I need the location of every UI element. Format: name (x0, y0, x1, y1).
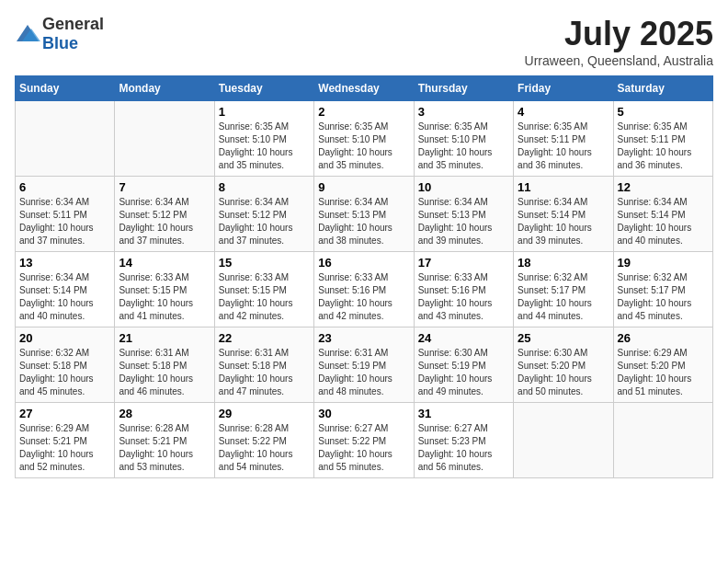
title-block: July 2025 Urraween, Queensland, Australi… (525, 15, 713, 68)
day-info: Sunrise: 6:35 AMSunset: 5:10 PMDaylight:… (418, 121, 509, 172)
day-number: 26 (618, 331, 709, 345)
calendar-cell: 4Sunrise: 6:35 AMSunset: 5:11 PMDaylight… (514, 101, 613, 177)
calendar-week-row: 6Sunrise: 6:34 AMSunset: 5:11 PMDaylight… (16, 177, 713, 252)
calendar-cell: 14Sunrise: 6:33 AMSunset: 5:15 PMDayligh… (115, 252, 214, 327)
day-number: 3 (418, 105, 509, 119)
calendar-cell: 2Sunrise: 6:35 AMSunset: 5:10 PMDaylight… (314, 101, 414, 177)
day-number: 15 (219, 256, 310, 270)
calendar-cell: 21Sunrise: 6:31 AMSunset: 5:18 PMDayligh… (115, 327, 214, 403)
day-info: Sunrise: 6:34 AMSunset: 5:14 PMDaylight:… (618, 196, 709, 247)
day-info: Sunrise: 6:29 AMSunset: 5:20 PMDaylight:… (618, 347, 709, 398)
day-info: Sunrise: 6:31 AMSunset: 5:19 PMDaylight:… (318, 347, 409, 398)
day-info: Sunrise: 6:29 AMSunset: 5:21 PMDaylight:… (19, 422, 110, 474)
calendar-cell (613, 403, 712, 478)
logo-icon (15, 23, 40, 45)
calendar-cell: 8Sunrise: 6:34 AMSunset: 5:12 PMDaylight… (214, 177, 313, 252)
weekday-header: Monday (115, 76, 214, 101)
day-info: Sunrise: 6:35 AMSunset: 5:10 PMDaylight:… (318, 121, 409, 172)
day-number: 9 (318, 180, 409, 194)
day-info: Sunrise: 6:35 AMSunset: 5:11 PMDaylight:… (518, 121, 609, 172)
day-number: 29 (219, 407, 310, 420)
day-info: Sunrise: 6:33 AMSunset: 5:16 PMDaylight:… (418, 271, 509, 323)
calendar-cell: 22Sunrise: 6:31 AMSunset: 5:18 PMDayligh… (214, 327, 313, 403)
day-number: 30 (318, 407, 409, 420)
calendar-cell: 23Sunrise: 6:31 AMSunset: 5:19 PMDayligh… (314, 327, 414, 403)
day-info: Sunrise: 6:32 AMSunset: 5:17 PMDaylight:… (518, 271, 609, 323)
day-info: Sunrise: 6:34 AMSunset: 5:11 PMDaylight:… (19, 196, 110, 247)
calendar-header-row: SundayMondayTuesdayWednesdayThursdayFrid… (16, 76, 713, 101)
calendar-cell: 9Sunrise: 6:34 AMSunset: 5:13 PMDaylight… (314, 177, 414, 252)
day-info: Sunrise: 6:30 AMSunset: 5:20 PMDaylight:… (518, 347, 609, 398)
location-subtitle: Urraween, Queensland, Australia (525, 53, 713, 68)
calendar-week-row: 1Sunrise: 6:35 AMSunset: 5:10 PMDaylight… (16, 101, 713, 177)
logo: General Blue (15, 15, 104, 53)
month-year-title: July 2025 (525, 15, 713, 53)
day-number: 28 (119, 407, 210, 420)
day-number: 21 (119, 331, 210, 345)
calendar-cell: 3Sunrise: 6:35 AMSunset: 5:10 PMDaylight… (414, 101, 513, 177)
page-header: General Blue July 2025 Urraween, Queensl… (15, 15, 713, 68)
calendar-cell: 16Sunrise: 6:33 AMSunset: 5:16 PMDayligh… (314, 252, 414, 327)
day-info: Sunrise: 6:34 AMSunset: 5:12 PMDaylight:… (119, 196, 210, 247)
day-number: 16 (318, 256, 409, 270)
day-number: 8 (219, 180, 310, 194)
day-number: 13 (19, 256, 110, 270)
day-info: Sunrise: 6:34 AMSunset: 5:14 PMDaylight:… (19, 271, 110, 323)
day-info: Sunrise: 6:27 AMSunset: 5:23 PMDaylight:… (418, 422, 509, 474)
calendar-cell: 11Sunrise: 6:34 AMSunset: 5:14 PMDayligh… (514, 177, 613, 252)
day-number: 20 (19, 331, 110, 345)
day-info: Sunrise: 6:31 AMSunset: 5:18 PMDaylight:… (119, 347, 210, 398)
weekday-header: Saturday (613, 76, 712, 101)
calendar-cell: 30Sunrise: 6:27 AMSunset: 5:22 PMDayligh… (314, 403, 414, 478)
calendar-cell: 6Sunrise: 6:34 AMSunset: 5:11 PMDaylight… (16, 177, 115, 252)
calendar-cell: 17Sunrise: 6:33 AMSunset: 5:16 PMDayligh… (414, 252, 513, 327)
day-number: 2 (318, 105, 409, 119)
calendar-table: SundayMondayTuesdayWednesdayThursdayFrid… (15, 75, 713, 478)
day-info: Sunrise: 6:28 AMSunset: 5:22 PMDaylight:… (219, 422, 310, 474)
day-number: 27 (19, 407, 110, 420)
day-info: Sunrise: 6:28 AMSunset: 5:21 PMDaylight:… (119, 422, 210, 474)
day-number: 7 (119, 180, 210, 194)
calendar-cell: 31Sunrise: 6:27 AMSunset: 5:23 PMDayligh… (414, 403, 513, 478)
day-number: 18 (518, 256, 609, 270)
day-number: 17 (418, 256, 509, 270)
weekday-header: Sunday (16, 76, 115, 101)
logo-text-blue: Blue (42, 34, 78, 52)
day-info: Sunrise: 6:34 AMSunset: 5:13 PMDaylight:… (318, 196, 409, 247)
day-info: Sunrise: 6:27 AMSunset: 5:22 PMDaylight:… (318, 422, 409, 474)
day-info: Sunrise: 6:34 AMSunset: 5:13 PMDaylight:… (418, 196, 509, 247)
day-info: Sunrise: 6:35 AMSunset: 5:11 PMDaylight:… (618, 121, 709, 172)
day-info: Sunrise: 6:33 AMSunset: 5:15 PMDaylight:… (119, 271, 210, 323)
calendar-cell: 18Sunrise: 6:32 AMSunset: 5:17 PMDayligh… (514, 252, 613, 327)
calendar-cell: 12Sunrise: 6:34 AMSunset: 5:14 PMDayligh… (613, 177, 712, 252)
day-number: 10 (418, 180, 509, 194)
calendar-cell: 28Sunrise: 6:28 AMSunset: 5:21 PMDayligh… (115, 403, 214, 478)
day-number: 14 (119, 256, 210, 270)
calendar-cell: 29Sunrise: 6:28 AMSunset: 5:22 PMDayligh… (214, 403, 313, 478)
day-number: 24 (418, 331, 509, 345)
calendar-cell: 26Sunrise: 6:29 AMSunset: 5:20 PMDayligh… (613, 327, 712, 403)
day-number: 19 (618, 256, 709, 270)
calendar-week-row: 20Sunrise: 6:32 AMSunset: 5:18 PMDayligh… (16, 327, 713, 403)
calendar-cell: 7Sunrise: 6:34 AMSunset: 5:12 PMDaylight… (115, 177, 214, 252)
weekday-header: Wednesday (314, 76, 414, 101)
calendar-cell: 5Sunrise: 6:35 AMSunset: 5:11 PMDaylight… (613, 101, 712, 177)
day-number: 4 (518, 105, 609, 119)
day-number: 1 (219, 105, 310, 119)
calendar-cell: 10Sunrise: 6:34 AMSunset: 5:13 PMDayligh… (414, 177, 513, 252)
calendar-cell: 1Sunrise: 6:35 AMSunset: 5:10 PMDaylight… (214, 101, 313, 177)
calendar-cell: 13Sunrise: 6:34 AMSunset: 5:14 PMDayligh… (16, 252, 115, 327)
day-info: Sunrise: 6:35 AMSunset: 5:10 PMDaylight:… (219, 121, 310, 172)
day-info: Sunrise: 6:34 AMSunset: 5:14 PMDaylight:… (518, 196, 609, 247)
calendar-cell: 27Sunrise: 6:29 AMSunset: 5:21 PMDayligh… (16, 403, 115, 478)
calendar-cell (16, 101, 115, 177)
day-info: Sunrise: 6:30 AMSunset: 5:19 PMDaylight:… (418, 347, 509, 398)
calendar-cell: 25Sunrise: 6:30 AMSunset: 5:20 PMDayligh… (514, 327, 613, 403)
day-number: 6 (19, 180, 110, 194)
calendar-cell: 19Sunrise: 6:32 AMSunset: 5:17 PMDayligh… (613, 252, 712, 327)
day-info: Sunrise: 6:32 AMSunset: 5:18 PMDaylight:… (19, 347, 110, 398)
calendar-cell: 15Sunrise: 6:33 AMSunset: 5:15 PMDayligh… (214, 252, 313, 327)
day-number: 11 (518, 180, 609, 194)
day-info: Sunrise: 6:31 AMSunset: 5:18 PMDaylight:… (219, 347, 310, 398)
day-number: 22 (219, 331, 310, 345)
